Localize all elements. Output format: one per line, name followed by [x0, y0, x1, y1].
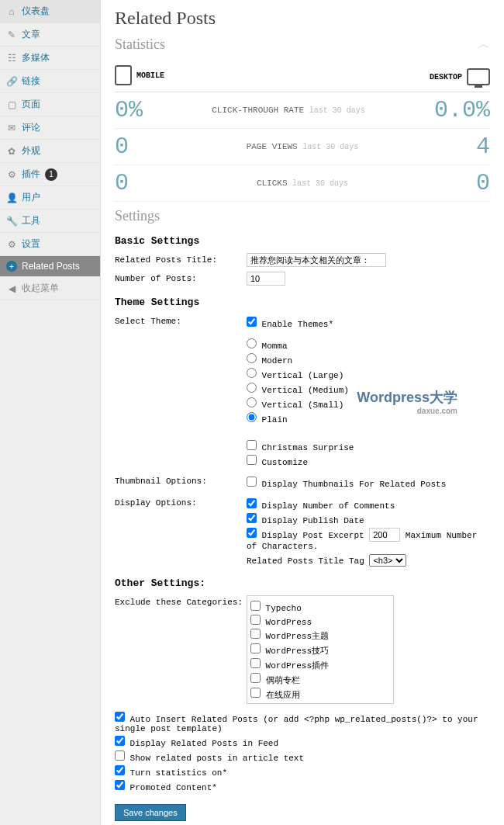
display-in-feed-checkbox[interactable]	[115, 736, 125, 746]
other-settings-heading: Other Settings:	[115, 577, 490, 589]
cat-wp-plugins[interactable]	[250, 658, 261, 668]
stat-label: PAGE VIEWS last 30 days	[247, 142, 359, 151]
display-options-label: Display Options:	[115, 496, 247, 508]
page-title: Related Posts	[115, 8, 490, 29]
statistics-on-checkbox[interactable]	[115, 765, 125, 775]
desktop-icon	[467, 68, 490, 85]
page-icon: ▢	[6, 99, 17, 110]
thumbnail-label: Thumbnail Options:	[115, 474, 247, 486]
link-icon: 🔗	[6, 76, 17, 87]
settings-heading: Settings	[115, 208, 490, 224]
theme-plain-radio[interactable]	[247, 412, 257, 422]
select-theme-label: Select Theme:	[115, 314, 247, 326]
customize-checkbox[interactable]	[247, 455, 257, 465]
stat-mobile-views: 0	[115, 133, 129, 160]
main-content: Related Posts Statistics ︿ MOBILE DESKTO…	[101, 0, 504, 825]
sidebar-collapse[interactable]: ◀收起菜单	[0, 277, 100, 300]
tool-icon: 🔧	[6, 216, 17, 227]
admin-sidebar: ⌂仪表盘 ✎文章 ☷多媒体 🔗链接 ▢页面 ✉评论 ✿外观 ⚙插件1 👤用户 🔧…	[0, 0, 101, 825]
christmas-checkbox[interactable]	[247, 440, 257, 450]
enable-themes-checkbox[interactable]	[247, 317, 257, 327]
theme-vertical-large-radio[interactable]	[247, 368, 257, 378]
categories-listbox[interactable]: Typecho WordPress WordPress主题 WordPress技…	[247, 595, 394, 704]
sidebar-item-posts[interactable]: ✎文章	[0, 23, 100, 47]
auto-insert-checkbox[interactable]	[115, 712, 125, 722]
promoted-content-checkbox[interactable]	[115, 780, 125, 790]
pin-icon: ✎	[6, 29, 17, 40]
stat-row-views: 0 PAGE VIEWS last 30 days 4	[115, 129, 490, 165]
stat-desktop-ctr: 0.0%	[434, 97, 490, 123]
display-date-checkbox[interactable]	[247, 513, 257, 523]
stat-mobile-clicks: 0	[115, 170, 129, 196]
title-label: Related Posts Title:	[115, 253, 247, 265]
theme-momma-radio[interactable]	[247, 338, 257, 348]
stat-row-clicks: 0 CLICKS last 30 days 0	[115, 165, 490, 202]
sidebar-item-dashboard[interactable]: ⌂仪表盘	[0, 0, 100, 23]
media-icon: ☷	[6, 53, 17, 64]
bottom-options: Auto Insert Related Posts (or add <?php …	[115, 712, 490, 792]
cat-online[interactable]	[250, 688, 261, 698]
home-icon: ⌂	[6, 6, 17, 17]
cat-wp-themes[interactable]	[250, 629, 261, 639]
desktop-device: DESKTOP	[430, 68, 490, 85]
sidebar-item-media[interactable]: ☷多媒体	[0, 47, 100, 70]
appearance-icon: ✿	[6, 146, 17, 157]
related-posts-title-input[interactable]	[247, 253, 386, 267]
gear-icon: ⚙	[6, 239, 17, 250]
mobile-icon	[115, 65, 132, 85]
display-thumbnails-checkbox[interactable]	[247, 477, 257, 487]
number-of-posts-input[interactable]	[247, 272, 285, 286]
theme-settings-heading: Theme Settings	[115, 296, 490, 308]
comment-icon: ✉	[6, 123, 17, 133]
cat-typecho[interactable]	[250, 601, 261, 611]
theme-vertical-small-radio[interactable]	[247, 397, 257, 407]
statistics-heading: Statistics ︿	[115, 36, 490, 53]
show-in-text-checkbox[interactable]	[115, 750, 125, 761]
excerpt-chars-input[interactable]	[369, 528, 400, 542]
sidebar-item-plugins[interactable]: ⚙插件1	[0, 163, 100, 186]
sidebar-item-links[interactable]: 🔗链接	[0, 70, 100, 93]
sidebar-item-comments[interactable]: ✉评论	[0, 116, 100, 140]
cat-wordpress[interactable]	[250, 615, 261, 625]
chevron-up-icon[interactable]: ︿	[478, 36, 490, 53]
sidebar-item-tools[interactable]: 🔧工具	[0, 210, 100, 233]
plus-icon: +	[6, 261, 17, 272]
stat-row-ctr: 0% CLICK-THROUGH RATE last 30 days 0.0%	[115, 92, 490, 129]
user-icon: 👤	[6, 192, 17, 203]
sidebar-item-related-posts[interactable]: +Related Posts	[0, 256, 100, 277]
stat-desktop-views: 4	[476, 133, 490, 160]
stat-desktop-clicks: 0	[476, 170, 490, 196]
plugin-icon: ⚙	[6, 169, 17, 180]
stat-label: CLICKS last 30 days	[257, 179, 348, 188]
save-changes-button[interactable]: Save changes	[115, 804, 186, 821]
sidebar-item-settings[interactable]: ⚙设置	[0, 233, 100, 256]
exclude-categories-label: Exclude these Categories:	[115, 595, 247, 607]
sidebar-item-appearance[interactable]: ✿外观	[0, 140, 100, 163]
cat-wp-tips[interactable]	[250, 643, 261, 653]
sidebar-item-pages[interactable]: ▢页面	[0, 93, 100, 116]
stats-header: MOBILE DESKTOP	[115, 59, 490, 92]
sidebar-item-users[interactable]: 👤用户	[0, 186, 100, 210]
plugin-badge: 1	[45, 168, 57, 181]
mobile-device: MOBILE	[115, 65, 164, 85]
title-tag-label: Related Posts Title Tag	[247, 556, 364, 566]
stat-label: CLICK-THROUGH RATE last 30 days	[212, 106, 364, 115]
number-label: Number of Posts:	[115, 272, 247, 283]
cat-column[interactable]	[250, 673, 261, 683]
display-excerpt-checkbox[interactable]	[247, 528, 257, 538]
title-tag-select[interactable]: <h3>	[369, 554, 406, 567]
collapse-icon: ◀	[6, 283, 17, 294]
theme-modern-radio[interactable]	[247, 353, 257, 363]
stat-mobile-ctr: 0%	[115, 97, 143, 123]
display-comments-checkbox[interactable]	[247, 498, 257, 508]
theme-vertical-medium-radio[interactable]	[247, 383, 257, 393]
basic-settings-heading: Basic Settings	[115, 235, 490, 247]
